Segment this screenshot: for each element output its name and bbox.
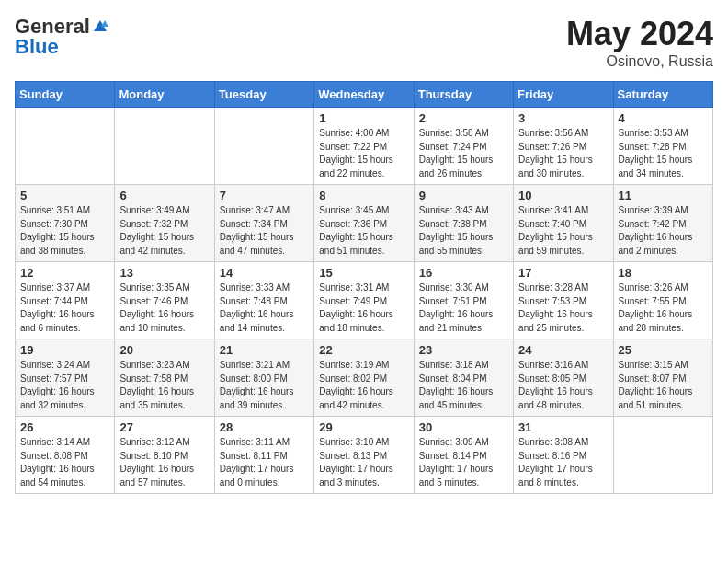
calendar-cell: 4Sunrise: 3:53 AMSunset: 7:28 PMDaylight… — [613, 108, 712, 185]
calendar-cell — [16, 108, 115, 185]
day-info: Sunrise: 3:15 AMSunset: 8:07 PMDaylight:… — [619, 359, 708, 412]
calendar-cell: 20Sunrise: 3:23 AMSunset: 7:58 PMDayligh… — [115, 339, 214, 417]
calendar-header-sunday: Sunday — [16, 82, 115, 108]
day-number: 15 — [319, 266, 408, 280]
day-info: Sunrise: 3:09 AMSunset: 8:14 PMDaylight:… — [419, 436, 508, 489]
day-number: 4 — [619, 111, 708, 125]
title-block: May 2024 Osinovo, Russia — [566, 15, 713, 70]
day-number: 29 — [319, 420, 408, 434]
day-info: Sunrise: 3:24 AMSunset: 7:57 PMDaylight:… — [20, 359, 109, 412]
day-number: 16 — [419, 266, 508, 280]
day-info: Sunrise: 4:00 AMSunset: 7:22 PMDaylight:… — [319, 127, 408, 180]
day-number: 31 — [518, 420, 608, 434]
logo-blue-text: Blue — [15, 35, 59, 59]
calendar-cell: 16Sunrise: 3:30 AMSunset: 7:51 PMDayligh… — [414, 262, 513, 339]
calendar-header-row: SundayMondayTuesdayWednesdayThursdayFrid… — [16, 82, 713, 108]
day-info: Sunrise: 3:56 AMSunset: 7:26 PMDaylight:… — [518, 127, 608, 180]
day-number: 30 — [419, 420, 508, 434]
calendar-cell: 23Sunrise: 3:18 AMSunset: 8:04 PMDayligh… — [414, 339, 513, 417]
day-number: 13 — [119, 266, 209, 280]
calendar-cell: 21Sunrise: 3:21 AMSunset: 8:00 PMDayligh… — [214, 339, 313, 417]
calendar-cell — [115, 108, 214, 185]
month-year-title: May 2024 — [566, 15, 713, 53]
day-number: 9 — [419, 189, 508, 202]
calendar-header-monday: Monday — [115, 82, 214, 108]
calendar-cell: 24Sunrise: 3:16 AMSunset: 8:05 PMDayligh… — [514, 339, 613, 417]
calendar-header-tuesday: Tuesday — [214, 82, 313, 108]
day-info: Sunrise: 3:11 AMSunset: 8:11 PMDaylight:… — [220, 436, 309, 489]
day-info: Sunrise: 3:53 AMSunset: 7:28 PMDaylight:… — [619, 127, 708, 180]
calendar-cell — [214, 108, 313, 185]
day-info: Sunrise: 3:43 AMSunset: 7:38 PMDaylight:… — [419, 204, 508, 258]
day-number: 22 — [319, 343, 408, 357]
calendar-cell: 13Sunrise: 3:35 AMSunset: 7:46 PMDayligh… — [115, 262, 214, 339]
calendar-cell: 25Sunrise: 3:15 AMSunset: 8:07 PMDayligh… — [613, 339, 712, 417]
day-info: Sunrise: 3:58 AMSunset: 7:24 PMDaylight:… — [419, 127, 508, 180]
calendar-header-friday: Friday — [514, 82, 613, 108]
day-number: 17 — [518, 266, 608, 280]
day-info: Sunrise: 3:41 AMSunset: 7:40 PMDaylight:… — [518, 204, 608, 258]
day-info: Sunrise: 3:14 AMSunset: 8:08 PMDaylight:… — [20, 436, 109, 489]
day-number: 27 — [119, 420, 209, 434]
day-info: Sunrise: 3:45 AMSunset: 7:36 PMDaylight:… — [319, 204, 408, 258]
day-info: Sunrise: 3:30 AMSunset: 7:51 PMDaylight:… — [419, 282, 508, 335]
calendar-cell: 9Sunrise: 3:43 AMSunset: 7:38 PMDaylight… — [414, 185, 513, 262]
calendar-cell: 19Sunrise: 3:24 AMSunset: 7:57 PMDayligh… — [16, 339, 115, 417]
calendar-cell: 3Sunrise: 3:56 AMSunset: 7:26 PMDaylight… — [514, 108, 613, 185]
day-number: 6 — [119, 189, 209, 202]
calendar-cell: 18Sunrise: 3:26 AMSunset: 7:55 PMDayligh… — [613, 262, 712, 339]
day-info: Sunrise: 3:51 AMSunset: 7:30 PMDaylight:… — [20, 204, 109, 258]
calendar-cell: 7Sunrise: 3:47 AMSunset: 7:34 PMDaylight… — [214, 185, 313, 262]
calendar-cell: 26Sunrise: 3:14 AMSunset: 8:08 PMDayligh… — [16, 417, 115, 494]
day-number: 25 — [619, 343, 708, 357]
day-number: 21 — [220, 343, 309, 357]
day-info: Sunrise: 3:18 AMSunset: 8:04 PMDaylight:… — [419, 359, 508, 412]
calendar-cell: 28Sunrise: 3:11 AMSunset: 8:11 PMDayligh… — [214, 417, 313, 494]
day-info: Sunrise: 3:12 AMSunset: 8:10 PMDaylight:… — [119, 436, 209, 489]
day-number: 3 — [518, 111, 608, 125]
day-info: Sunrise: 3:31 AMSunset: 7:49 PMDaylight:… — [319, 282, 408, 335]
day-info: Sunrise: 3:39 AMSunset: 7:42 PMDaylight:… — [619, 204, 708, 258]
calendar-cell: 11Sunrise: 3:39 AMSunset: 7:42 PMDayligh… — [613, 185, 712, 262]
day-info: Sunrise: 3:37 AMSunset: 7:44 PMDaylight:… — [20, 282, 109, 335]
calendar-cell: 29Sunrise: 3:10 AMSunset: 8:13 PMDayligh… — [314, 417, 414, 494]
calendar-cell: 2Sunrise: 3:58 AMSunset: 7:24 PMDaylight… — [414, 108, 513, 185]
day-info: Sunrise: 3:26 AMSunset: 7:55 PMDaylight:… — [619, 282, 708, 335]
day-number: 18 — [619, 266, 708, 280]
calendar-cell: 31Sunrise: 3:08 AMSunset: 8:16 PMDayligh… — [514, 417, 613, 494]
day-info: Sunrise: 3:49 AMSunset: 7:32 PMDaylight:… — [119, 204, 209, 258]
day-number: 19 — [20, 343, 109, 357]
logo: General Blue — [15, 15, 108, 59]
calendar-week-row: 19Sunrise: 3:24 AMSunset: 7:57 PMDayligh… — [16, 339, 713, 417]
day-number: 24 — [518, 343, 608, 357]
calendar-header-thursday: Thursday — [414, 82, 513, 108]
calendar-cell: 15Sunrise: 3:31 AMSunset: 7:49 PMDayligh… — [314, 262, 414, 339]
day-info: Sunrise: 3:08 AMSunset: 8:16 PMDaylight:… — [518, 436, 608, 489]
calendar-cell — [613, 417, 712, 494]
day-info: Sunrise: 3:47 AMSunset: 7:34 PMDaylight:… — [220, 204, 309, 258]
day-info: Sunrise: 3:33 AMSunset: 7:48 PMDaylight:… — [220, 282, 309, 335]
location-subtitle: Osinovo, Russia — [566, 53, 713, 70]
calendar-header-wednesday: Wednesday — [314, 82, 414, 108]
calendar-cell: 12Sunrise: 3:37 AMSunset: 7:44 PMDayligh… — [16, 262, 115, 339]
day-info: Sunrise: 3:23 AMSunset: 7:58 PMDaylight:… — [119, 359, 209, 412]
day-number: 11 — [619, 189, 708, 202]
day-info: Sunrise: 3:21 AMSunset: 8:00 PMDaylight:… — [220, 359, 309, 412]
calendar-table: SundayMondayTuesdayWednesdayThursdayFrid… — [15, 81, 713, 494]
day-number: 5 — [20, 189, 109, 202]
day-number: 1 — [319, 111, 408, 125]
calendar-cell: 6Sunrise: 3:49 AMSunset: 7:32 PMDaylight… — [115, 185, 214, 262]
calendar-cell: 22Sunrise: 3:19 AMSunset: 8:02 PMDayligh… — [314, 339, 414, 417]
calendar-cell: 8Sunrise: 3:45 AMSunset: 7:36 PMDaylight… — [314, 185, 414, 262]
calendar-week-row: 12Sunrise: 3:37 AMSunset: 7:44 PMDayligh… — [16, 262, 713, 339]
day-info: Sunrise: 3:10 AMSunset: 8:13 PMDaylight:… — [319, 436, 408, 489]
day-number: 10 — [518, 189, 608, 202]
day-number: 7 — [220, 189, 309, 202]
calendar-header-saturday: Saturday — [613, 82, 712, 108]
calendar-cell: 10Sunrise: 3:41 AMSunset: 7:40 PMDayligh… — [514, 185, 613, 262]
calendar-week-row: 1Sunrise: 4:00 AMSunset: 7:22 PMDaylight… — [16, 108, 713, 185]
day-info: Sunrise: 3:28 AMSunset: 7:53 PMDaylight:… — [518, 282, 608, 335]
day-number: 20 — [119, 343, 209, 357]
calendar-week-row: 26Sunrise: 3:14 AMSunset: 8:08 PMDayligh… — [16, 417, 713, 494]
calendar-week-row: 5Sunrise: 3:51 AMSunset: 7:30 PMDaylight… — [16, 185, 713, 262]
